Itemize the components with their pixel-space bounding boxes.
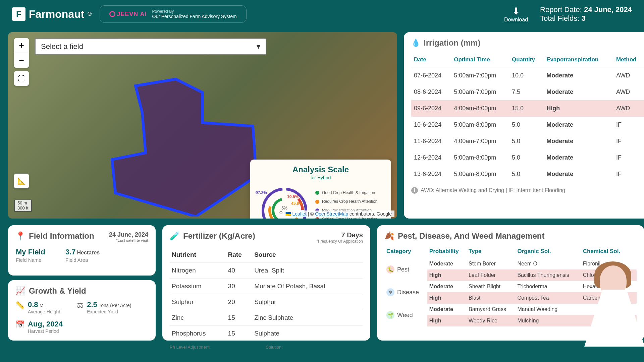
osm-link[interactable]: OpenStreetMap	[315, 211, 348, 217]
calendar-icon: 📅	[15, 320, 24, 334]
chevron-down-icon: ▾	[257, 42, 260, 51]
legend-item: Requires Crop Health Attention	[315, 197, 377, 206]
irrigation-footnote: i AWD: Alternate Wetting and Drying | IF…	[411, 187, 644, 194]
location-icon: 📍	[15, 231, 25, 241]
flask-icon: 🧪	[170, 231, 180, 241]
table-row: 🐛PestModerateStem BorerNeem OilFipronil	[384, 258, 637, 269]
pest-management-card: 🍂Pest, Disease, And Weed Management Cate…	[377, 225, 644, 341]
table-row: 12-6-20245:00am-8:00pm5.0ModerateIF	[411, 149, 644, 166]
leaf-icon: 🍂	[384, 231, 394, 241]
ruler-icon: 📏	[15, 301, 24, 314]
svg-marker-0	[112, 79, 256, 217]
field-select-dropdown[interactable]: Select a field ▾	[35, 38, 266, 55]
jeevn-circle-icon	[109, 11, 115, 17]
download-button[interactable]: ⬇ Download	[504, 6, 528, 23]
zoom-controls: + −	[14, 38, 29, 68]
table-row: 07-6-20245:00am-7:00pm10.0ModerateAWD	[411, 67, 644, 84]
ai-badge: JEEVN AI Powered By Our Personalized Far…	[100, 5, 246, 23]
table-row: 13-6-20245:00am-8:00pm5.0ModerateIF	[411, 166, 644, 182]
irrigation-table: Date Optimal Time Quantity Evapotranspir…	[411, 52, 644, 182]
download-icon: ⬇	[504, 6, 528, 17]
app-header: F Farmonaut® JEEVN AI Powered By Our Per…	[0, 0, 644, 28]
growth-yield-card: 📈Growth & Yield 📏 0.8 M Average Height ⚖…	[8, 280, 156, 341]
map-panel[interactable]: + − ⛶ Select a field ▾ 📐 50 m 300 ft Ana…	[8, 32, 397, 219]
fullscreen-button[interactable]: ⛶	[14, 71, 29, 86]
table-row: Zinc15Zinc Sulphate	[170, 310, 363, 326]
legend-item: Good Crop Health & Irrigation	[315, 188, 377, 197]
map-scale: 50 m 300 ft	[14, 200, 32, 212]
weight-icon: ⚖	[77, 301, 84, 314]
table-row: Potassium30Muriate Of Potash, Basal	[170, 279, 363, 294]
pest-table: Category Probability Type Organic Sol. C…	[384, 245, 637, 326]
table-row: 08-6-20245:00am-7:00pm7.5ModerateAWD	[411, 84, 644, 100]
table-row: Phosphorus15Sulphate	[170, 326, 363, 342]
map-attribution: 🇺🇦 Leaflet | © OpenStreetMap contributor…	[283, 210, 394, 217]
table-row: 11-6-20244:00am-7:00pm5.0ModerateIF	[411, 133, 644, 149]
zoom-out-button[interactable]: −	[14, 53, 29, 68]
table-row: ❄DiseaseModerateSheath BlightTrichoderma…	[384, 281, 637, 292]
brand-name: Farmonaut	[29, 8, 84, 20]
table-row: 09-6-20244:00am-8:00pm15.0HighAWD	[411, 100, 644, 117]
zoom-in-button[interactable]: +	[14, 38, 29, 53]
fertilizer-table: Nutrient Rate Source Nitrogen40Urea, Spl…	[170, 247, 363, 341]
irrigation-icon: 💧	[411, 39, 420, 47]
brand-logo: F Farmonaut®	[12, 7, 92, 21]
analysis-scale-panel: Analysis Scale for Hybrid 5% Other 97.2%	[250, 160, 391, 219]
jeevn-logo: JEEVN AI	[109, 11, 147, 18]
table-row: 10-6-20245:00am-8:00pm5.0ModerateIF	[411, 117, 644, 133]
report-meta: Report Date: 24 June, 2024 Total Fields:…	[540, 5, 632, 23]
leaflet-link[interactable]: Leaflet	[292, 211, 307, 217]
measure-button[interactable]: 📐	[14, 174, 29, 188]
field-boundary-polygon	[102, 76, 263, 217]
table-row: 🌱WeedModerateBarnyard GrassManual Weedin…	[384, 304, 637, 315]
table-row: Nitrogen40Urea, Split	[170, 263, 363, 279]
fertilizer-card: 🧪Fertilizer (Kg/Acre) 7 Days*Frequency O…	[162, 225, 370, 341]
brand-mark-icon: F	[12, 7, 25, 21]
irrigation-card: 💧Irrigation (mm) Date Optimal Time Quant…	[404, 32, 644, 219]
field-info-card: 📍Field Information 24 June, 2024*Last sa…	[8, 225, 156, 276]
info-icon: i	[411, 187, 418, 194]
table-row: Sulphur20Sulphur	[170, 294, 363, 310]
growth-icon: 📈	[15, 286, 25, 296]
